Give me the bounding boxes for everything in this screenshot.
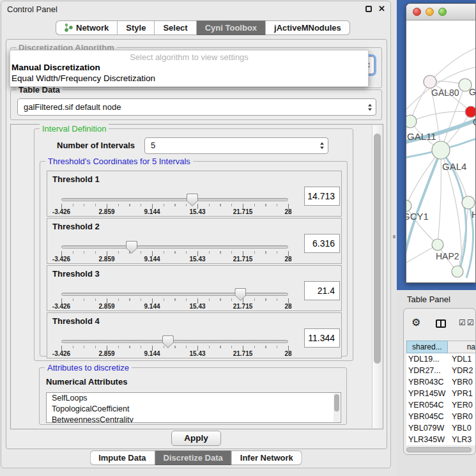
- tab-jactivemnodules[interactable]: jActiveMNodules: [266, 20, 350, 35]
- slider-track[interactable]: [61, 198, 288, 201]
- cell-name[interactable]: YER0: [452, 399, 475, 411]
- cell-name[interactable]: YDL1: [452, 353, 475, 365]
- cell-name[interactable]: YLR3: [452, 434, 475, 445]
- network-edge[interactable]: [430, 48, 476, 82]
- cell-shared-name[interactable]: YDR27...: [406, 365, 452, 376]
- threshold-1-slider[interactable]: -3.4262.8599.14415.4321.71528: [61, 196, 289, 216]
- table-row[interactable]: YBR045CYBR0: [406, 411, 475, 422]
- panel-scrollbar-thumb[interactable]: [374, 134, 381, 364]
- attribute-list-item[interactable]: TopologicalCoefficient: [47, 404, 341, 415]
- threshold-3-slider[interactable]: -3.4262.8599.14415.4321.71528: [61, 290, 289, 311]
- cell-shared-name[interactable]: YBR043C: [406, 376, 452, 388]
- split-columns-icon[interactable]: [436, 319, 446, 328]
- cell-name[interactable]: YDR2: [452, 365, 475, 376]
- tab-infer-network[interactable]: Infer Network: [232, 450, 302, 465]
- threshold-row-3: Threshold 3 -3.4262.8599.14415.4321.7152…: [47, 265, 342, 311]
- panel-vertical-scrollbar[interactable]: [372, 125, 382, 428]
- table-row[interactable]: YPR145WYPR1: [406, 388, 475, 399]
- table-row[interactable]: YDL19...YDL1: [406, 353, 475, 365]
- threshold-4-slider[interactable]: -3.4262.8599.14415.4321.71528: [61, 337, 289, 358]
- gear-icon[interactable]: ⚙: [411, 318, 420, 328]
- cell-shared-name[interactable]: YBR045C: [406, 411, 452, 422]
- network-node[interactable]: [424, 75, 436, 88]
- desktop-background: GAL80GACGAL11GAL4GCY1HHAP2: [397, 0, 476, 290]
- threshold-2-value[interactable]: 6.316: [304, 234, 340, 253]
- threshold-3-value[interactable]: 21.4: [304, 281, 340, 300]
- tab-style-label: Style: [126, 23, 146, 33]
- cell-shared-name[interactable]: YDL19...: [406, 353, 452, 365]
- dropdown-option-equal-width-frequency[interactable]: Equal Width/Frequency Discretization: [10, 73, 368, 84]
- table-scrollbar-thumb[interactable]: [406, 447, 472, 452]
- network-node[interactable]: [462, 196, 475, 209]
- tab-discretize-data[interactable]: Discretize Data: [155, 450, 232, 465]
- table-row[interactable]: YER054CYER0: [406, 399, 475, 411]
- slider-track[interactable]: [61, 340, 288, 343]
- table-data-group: Table Data galFiltered.sif default node: [10, 89, 382, 120]
- float-window-icon[interactable]: [365, 6, 372, 12]
- close-panel-icon[interactable]: ✕: [378, 4, 385, 13]
- cell-name[interactable]: YBR0: [452, 376, 475, 388]
- cell-shared-name[interactable]: YPR145W: [406, 388, 452, 399]
- network-canvas[interactable]: GAL80GACGAL11GAL4GCY1HHAP2: [406, 21, 476, 283]
- threshold-2-slider[interactable]: -3.4262.8599.14415.4321.71528: [61, 243, 289, 263]
- cell-name[interactable]: YPR1: [452, 388, 475, 399]
- numerical-attributes-list[interactable]: SelfLoopsTopologicalCoefficientBetweenne…: [46, 392, 341, 423]
- table-data-combobox[interactable]: galFiltered.sif default node: [17, 98, 376, 116]
- cell-name[interactable]: YBR0: [452, 411, 475, 422]
- network-node[interactable]: [432, 239, 443, 250]
- control-panel-window: Control Panel ✕ Network Style Select Cyn…: [1, 1, 391, 468]
- network-node[interactable]: [432, 141, 450, 159]
- panel-splitter-handle[interactable]: [393, 235, 395, 238]
- tick-label: 15.43: [189, 350, 205, 357]
- table-row[interactable]: YBR043CYBR0: [406, 376, 475, 388]
- tick-label: 21.715: [233, 303, 253, 310]
- network-node[interactable]: [406, 115, 417, 128]
- attribute-list-item[interactable]: SelfLoops: [47, 393, 341, 404]
- table-row[interactable]: YLR345WYLR3: [406, 434, 475, 445]
- network-view-window[interactable]: GAL80GACGAL11GAL4GCY1HHAP2: [406, 3, 476, 283]
- tab-style[interactable]: Style: [118, 20, 155, 35]
- list-scrollbar-thumb[interactable]: [334, 394, 339, 411]
- tab-select[interactable]: Select: [155, 20, 196, 35]
- list-scrollbar[interactable]: [334, 394, 340, 423]
- attribute-list-item[interactable]: BetweennessCentrality: [47, 415, 341, 423]
- node-attribute-table: shared... na YDL19...YDL1YDR27...YDR2YBR…: [406, 341, 475, 445]
- zoom-button[interactable]: [438, 8, 447, 16]
- tab-impute-data-label: Impute Data: [98, 453, 146, 463]
- network-edge[interactable]: [410, 111, 471, 121]
- column-header-name[interactable]: na: [448, 341, 475, 353]
- cell-name[interactable]: YBL0: [452, 422, 475, 434]
- threshold-2-label: Threshold 2: [52, 222, 100, 231]
- cell-shared-name[interactable]: YBL079W: [406, 422, 452, 434]
- checkbox-icon[interactable]: ☑: [459, 318, 466, 327]
- threshold-1-value[interactable]: 14.713: [304, 187, 340, 206]
- network-edge[interactable]: [406, 150, 441, 254]
- tick-label: 28: [284, 256, 291, 263]
- number-of-intervals-combobox[interactable]: 5: [144, 137, 328, 154]
- control-panel-tabbar: Network Style Select Cyni Toolbox jActiv…: [56, 20, 350, 35]
- table-horizontal-scrollbar[interactable]: [406, 447, 473, 452]
- checkbox-icon[interactable]: ☑: [467, 318, 474, 327]
- control-panel-titlebar[interactable]: Control Panel ✕: [1, 1, 390, 17]
- close-button[interactable]: [413, 8, 421, 16]
- tab-network[interactable]: Network: [56, 20, 118, 35]
- network-node[interactable]: [406, 200, 411, 211]
- tab-cyni-toolbox[interactable]: Cyni Toolbox: [197, 20, 266, 35]
- network-edge[interactable]: [438, 150, 441, 245]
- table-row[interactable]: YDR27...YDR2: [406, 365, 475, 376]
- slider-track[interactable]: [61, 245, 288, 249]
- network-window-titlebar[interactable]: [406, 4, 475, 20]
- cell-shared-name[interactable]: YLR345W: [406, 434, 452, 445]
- minimize-button[interactable]: [426, 8, 434, 16]
- table-row[interactable]: YBL079WYBL0: [406, 422, 475, 434]
- network-node[interactable]: [452, 266, 463, 277]
- network-node[interactable]: [465, 106, 476, 118]
- dropdown-option-manual-discretization[interactable]: Manual Discretization: [10, 62, 368, 73]
- threshold-4-value[interactable]: 11.344: [304, 328, 340, 348]
- tab-impute-data[interactable]: Impute Data: [89, 450, 155, 465]
- column-header-shared-name[interactable]: shared...: [406, 341, 448, 353]
- apply-button[interactable]: Apply: [171, 431, 221, 446]
- tick-label: 21.715: [233, 256, 253, 263]
- cell-shared-name[interactable]: YER054C: [406, 399, 452, 411]
- slider-track[interactable]: [61, 293, 288, 296]
